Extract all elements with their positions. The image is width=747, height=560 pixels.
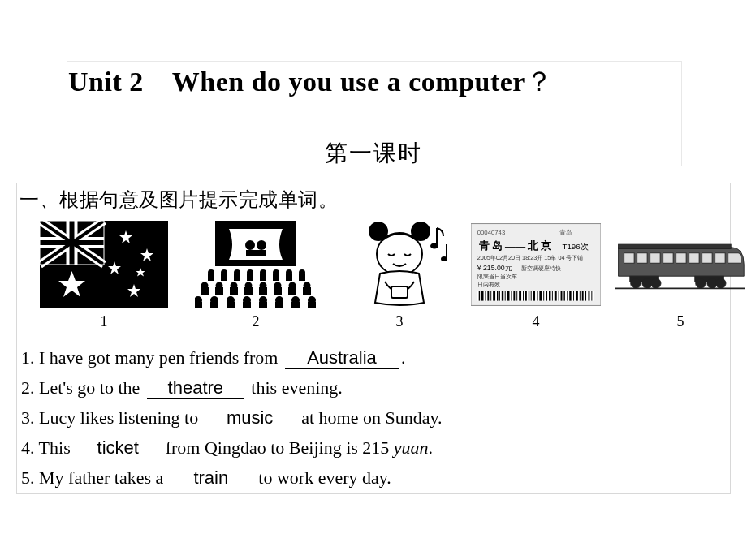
svg-rect-37 — [299, 274, 305, 281]
svg-rect-45 — [244, 287, 253, 295]
svg-rect-23 — [208, 274, 214, 281]
image-4-ticket: 00040743 青岛 青 岛 —— 北 京 T196次 2005年02月20日… — [471, 221, 601, 330]
unit-label: Unit 2 — [68, 67, 144, 97]
svg-rect-116 — [563, 291, 564, 301]
svg-rect-109 — [543, 291, 544, 301]
section-title: 一、根据句意及图片提示完成单词。 — [19, 187, 338, 213]
svg-text:日内有效: 日内有效 — [477, 282, 500, 288]
sentence-4: 4. This ticket from Qingdao to Beijing i… — [21, 433, 728, 463]
svg-rect-108 — [539, 291, 542, 301]
sentence-text: 1. I have got many pen friends from — [21, 347, 283, 368]
svg-text:¥ 215.00元: ¥ 215.00元 — [477, 264, 512, 272]
image-number: 5 — [615, 313, 745, 330]
answer-blank: music — [205, 408, 295, 429]
svg-rect-31 — [260, 274, 266, 281]
svg-rect-63 — [259, 302, 267, 308]
svg-rect-33 — [273, 274, 279, 281]
unit-question: When do you use a computer — [172, 67, 525, 97]
svg-rect-47 — [259, 287, 267, 295]
image-2-theatre: 2 — [191, 221, 321, 330]
svg-rect-21 — [246, 250, 266, 256]
image-number: 3 — [335, 313, 464, 330]
svg-rect-29 — [247, 274, 253, 281]
sentence-5: 5. My father takes a train to work every… — [21, 463, 728, 493]
sentence-2: 2. Let's go to the theatre this evening. — [21, 373, 728, 403]
lesson-subtitle: 第一课时 — [0, 138, 747, 169]
sentence-1: 1. I have got many pen friends from Aust… — [21, 342, 728, 373]
svg-rect-110 — [546, 291, 547, 301]
sentence-list: 1. I have got many pen friends from Aust… — [21, 342, 728, 493]
svg-point-74 — [430, 243, 438, 249]
svg-rect-123 — [585, 291, 586, 301]
unit-title: Unit 2 When do you use a computer？ — [68, 63, 553, 101]
ticket-icon: 00040743 青岛 青 岛 —— 北 京 T196次 2005年02月20日… — [471, 219, 601, 310]
svg-rect-55 — [195, 302, 202, 308]
svg-rect-49 — [274, 287, 282, 295]
svg-point-19 — [245, 240, 255, 250]
svg-rect-94 — [499, 291, 500, 301]
sentence-text: to work every day. — [254, 467, 391, 488]
svg-rect-107 — [537, 291, 538, 301]
svg-rect-91 — [490, 291, 491, 301]
svg-text:新空调硬座特快: 新空调硬座特快 — [521, 265, 561, 272]
svg-rect-118 — [569, 291, 571, 301]
svg-rect-99 — [513, 291, 515, 301]
svg-rect-127 — [624, 253, 634, 263]
svg-rect-88 — [481, 291, 484, 301]
svg-rect-134 — [715, 253, 725, 263]
sentence-text: from Qingdao to Beijing is 215 — [161, 437, 394, 458]
sentence-text: this evening. — [247, 377, 343, 398]
svg-rect-120 — [576, 291, 578, 301]
image-number: 2 — [191, 313, 321, 330]
sentence-text: 3. Lucy likes listening to — [21, 407, 203, 428]
svg-rect-115 — [561, 291, 563, 301]
svg-text:T196次: T196次 — [562, 242, 588, 251]
svg-rect-128 — [637, 253, 647, 263]
answer-blank: Australia — [285, 348, 399, 369]
question-mark: ？ — [525, 67, 554, 97]
svg-rect-51 — [288, 287, 296, 295]
music-girl-icon — [343, 217, 456, 312]
svg-point-142 — [716, 278, 726, 288]
svg-rect-65 — [275, 302, 283, 308]
svg-rect-119 — [573, 291, 574, 301]
svg-rect-131 — [676, 253, 686, 263]
svg-rect-93 — [497, 291, 498, 301]
svg-rect-41 — [215, 287, 223, 295]
sentence-text: . — [429, 437, 434, 458]
svg-rect-95 — [502, 291, 503, 301]
answer-blank: ticket — [77, 438, 158, 459]
svg-rect-61 — [243, 302, 251, 308]
svg-rect-25 — [221, 274, 227, 281]
train-icon — [615, 232, 745, 297]
svg-rect-59 — [227, 302, 235, 308]
image-5-train: 5 — [615, 221, 745, 330]
svg-rect-69 — [308, 302, 316, 308]
svg-rect-124 — [588, 291, 589, 301]
svg-point-139 — [651, 278, 661, 288]
sentence-text: . — [401, 347, 406, 368]
svg-rect-104 — [529, 291, 529, 301]
svg-rect-117 — [567, 291, 568, 301]
flag-icon — [40, 221, 168, 308]
svg-rect-105 — [531, 291, 532, 301]
sentence-text: 5. My father takes a — [21, 467, 168, 488]
sentence-3: 3. Lucy likes listening to music at home… — [21, 403, 728, 433]
svg-rect-39 — [201, 287, 209, 295]
image-1-australia-flag: 1 — [39, 221, 169, 330]
svg-rect-113 — [555, 291, 557, 301]
svg-point-137 — [631, 278, 641, 288]
svg-rect-98 — [511, 291, 512, 301]
image-number: 1 — [39, 313, 169, 330]
svg-rect-96 — [505, 291, 506, 301]
svg-rect-57 — [210, 302, 218, 308]
svg-rect-122 — [582, 291, 584, 301]
svg-rect-102 — [523, 291, 524, 301]
svg-rect-35 — [286, 274, 292, 281]
sentence-text: 4. This — [21, 437, 75, 458]
svg-rect-129 — [650, 253, 660, 263]
svg-rect-112 — [552, 291, 553, 301]
svg-rect-90 — [487, 291, 489, 301]
svg-rect-92 — [493, 291, 495, 301]
image-row: 1 — [32, 221, 739, 338]
